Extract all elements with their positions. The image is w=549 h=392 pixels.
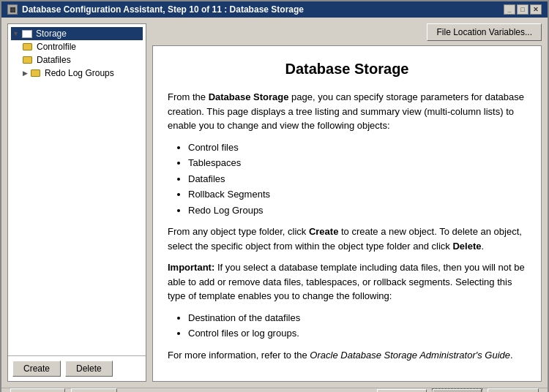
maximize-button[interactable]: □ xyxy=(517,4,529,15)
tree-area: ▼ ▦ Storage Controlfile Datafiles ▶ xyxy=(8,24,146,355)
bottom-bar: Cancel Help ◀ Back Next ▶ Finish xyxy=(1,388,548,392)
next-button[interactable]: Next ▶ xyxy=(433,389,482,392)
tree-item-redolog[interactable]: ▶ Redo Log Groups xyxy=(11,67,143,80)
tree-item-storage[interactable]: ▼ ▦ Storage xyxy=(11,27,143,40)
create-button[interactable]: Create xyxy=(12,361,61,377)
redolog-folder-icon xyxy=(31,69,40,77)
content-heading: Database Storage xyxy=(168,58,526,80)
tree-label-redolog: Redo Log Groups xyxy=(45,68,114,78)
para3-bold: Important: xyxy=(168,262,214,273)
para2-bold2: Delete xyxy=(452,241,481,252)
para2-prefix: From any object type folder, click xyxy=(168,226,309,237)
help-button[interactable]: Help xyxy=(71,388,117,392)
para4-prefix: For more information, refer to the xyxy=(168,350,310,361)
expand-icon-redolog: ▶ xyxy=(23,69,28,77)
tree-label-storage: Storage xyxy=(36,29,67,39)
storage-db-icon: ▦ xyxy=(22,30,32,38)
main-content: ▼ ▦ Storage Controlfile Datafiles ▶ xyxy=(1,18,548,388)
cancel-button[interactable]: Cancel xyxy=(10,388,65,392)
file-location-button[interactable]: File Location Variables... xyxy=(427,23,542,41)
bottom-right-buttons: ◀ Back Next ▶ Finish xyxy=(377,388,539,392)
left-buttons: Create Delete xyxy=(8,355,146,381)
tree-label-datafiles: Datafiles xyxy=(37,55,71,65)
titlebar: ▦ Database Configuration Assistant, Step… xyxy=(1,1,548,18)
content-panel: Database Storage From the Database Stora… xyxy=(152,45,542,382)
close-button[interactable]: ✕ xyxy=(530,4,542,15)
bottom-left-buttons: Cancel Help xyxy=(10,388,117,392)
list1-item-4: Redo Log Groups xyxy=(188,203,526,218)
controlfile-folder-icon xyxy=(23,43,32,50)
para4-suffix: . xyxy=(510,350,513,361)
back-button[interactable]: ◀ Back xyxy=(377,389,427,392)
para3-suffix: If you select a database template includ… xyxy=(168,262,525,301)
datafiles-folder-icon xyxy=(23,56,32,64)
list1-item-2: Datafiles xyxy=(188,172,526,186)
minimize-button[interactable]: _ xyxy=(504,4,515,15)
titlebar-controls: _ □ ✕ xyxy=(504,4,542,15)
list1-item-0: Control files xyxy=(188,140,526,155)
titlebar-left: ▦ Database Configuration Assistant, Step… xyxy=(7,4,304,15)
tree-label-controlfile: Controlfile xyxy=(37,42,76,52)
content-list1: Control files Tablespaces Datafiles Roll… xyxy=(188,140,526,218)
list2-item-0: Destination of the datafiles xyxy=(188,311,526,325)
para2-suffix: . xyxy=(482,241,485,252)
para1-prefix: From the xyxy=(168,91,209,102)
list2-item-1: Control files or log groups. xyxy=(188,326,526,341)
para2-bold1: Create xyxy=(309,226,338,237)
file-location-row: File Location Variables... xyxy=(152,23,542,41)
expand-icon-storage: ▼ xyxy=(12,30,19,37)
content-list2: Destination of the datafiles Control fil… xyxy=(188,311,526,341)
content-para2: From any object type folder, click Creat… xyxy=(168,225,526,253)
main-window: ▦ Database Configuration Assistant, Step… xyxy=(0,0,549,392)
content-para1: From the Database Storage page, you can … xyxy=(168,90,526,133)
tree-item-datafiles[interactable]: Datafiles xyxy=(11,53,143,67)
content-para3: Important: If you select a database temp… xyxy=(168,260,526,304)
list1-item-1: Tablespaces xyxy=(188,156,526,170)
right-column: File Location Variables... Database Stor… xyxy=(152,23,542,382)
app-icon: ▦ xyxy=(7,4,18,15)
delete-button[interactable]: Delete xyxy=(65,361,113,377)
left-panel: ▼ ▦ Storage Controlfile Datafiles ▶ xyxy=(7,23,146,382)
list1-item-3: Rollback Segments xyxy=(188,187,526,202)
window-title: Database Configuration Assistant, Step 1… xyxy=(22,4,304,15)
para4-italic: Oracle Database Storage Administrator's … xyxy=(310,350,510,361)
content-para4: For more information, refer to the Oracl… xyxy=(168,348,526,363)
tree-item-controlfile[interactable]: Controlfile xyxy=(11,40,143,53)
para1-bold: Database Storage xyxy=(209,91,289,102)
finish-button[interactable]: Finish xyxy=(488,388,539,392)
